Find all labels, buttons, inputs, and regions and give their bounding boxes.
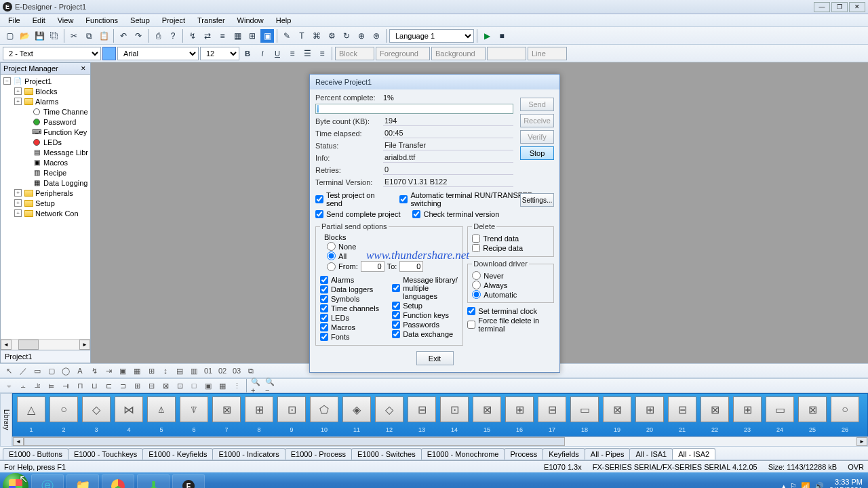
check-funckeys[interactable]: Function keys [392, 311, 458, 319]
libtab-keyfields[interactable]: E1000 - Keyfields [142, 448, 213, 460]
align-icon[interactable]: ⊟ [145, 380, 157, 392]
libtab-isa2[interactable]: All - ISA2 [672, 448, 715, 460]
align-icon[interactable]: ⊡ [174, 380, 186, 392]
background-field[interactable]: Background [431, 47, 486, 60]
tool-icon[interactable]: ↻ [340, 29, 353, 43]
menu-window[interactable]: Window [232, 15, 269, 26]
check-force-delete[interactable]: Force file delete in terminal [467, 317, 554, 333]
tree-item-network[interactable]: +Network Con [2, 208, 89, 218]
foreground-field[interactable]: Foreground [376, 47, 430, 60]
check-recipe-data[interactable]: Recipe data [472, 244, 549, 252]
tree-item-blocks[interactable]: +Blocks [2, 86, 89, 96]
start-button[interactable] [3, 473, 28, 488]
radio-never[interactable]: Never [472, 271, 549, 280]
library-scrollbar[interactable]: ◄ ► [12, 436, 868, 447]
receive-button[interactable]: Receive [520, 114, 554, 127]
paste-icon[interactable]: 📋 [97, 29, 111, 43]
libtab-touchkeys[interactable]: E1000 - Touchkeys [68, 448, 143, 460]
check-send-complete[interactable]: Send complete project [315, 210, 400, 218]
check-passwords[interactable]: Passwords [392, 321, 458, 329]
rect-icon[interactable]: ▭ [31, 365, 43, 377]
expand-icon[interactable]: + [14, 189, 22, 197]
library-item[interactable]: ⊟21 [667, 396, 698, 433]
scroll-left-icon[interactable]: ◄ [13, 437, 24, 446]
tool-icon[interactable]: 03 [231, 365, 243, 377]
libtab-keyfields2[interactable]: Keyfields [542, 448, 585, 460]
menu-project[interactable]: Project [157, 15, 191, 26]
tool-icon[interactable]: ⊞ [145, 365, 157, 377]
libtab-switches[interactable]: E1000 - Switches [351, 448, 422, 460]
menu-setup[interactable]: Setup [125, 15, 155, 26]
library-item[interactable]: ◈11 [341, 396, 372, 433]
tool-icon[interactable]: ✎ [280, 29, 294, 43]
tool-icon[interactable]: T [295, 29, 309, 43]
color-swatch[interactable] [102, 47, 116, 60]
line-field[interactable]: Line [528, 47, 567, 60]
panel-close-icon[interactable]: ✕ [79, 64, 87, 73]
menu-edit[interactable]: Edit [27, 15, 51, 26]
check-test-on-send[interactable]: Test project on send [315, 191, 387, 207]
libtab-process2[interactable]: Process [504, 448, 543, 460]
copy-icon[interactable]: ⧉ [82, 29, 96, 43]
expand-icon[interactable]: + [14, 87, 22, 95]
library-side-tab[interactable]: Library [0, 393, 12, 447]
tool-icon[interactable]: ≡ [216, 29, 229, 43]
libtab-indicators[interactable]: E1000 - Indicators [212, 448, 285, 460]
library-item[interactable]: ⊞20 [634, 396, 665, 433]
check-dataloggers[interactable]: Data loggers [320, 285, 387, 293]
language-select[interactable]: Language 1 [389, 29, 474, 43]
tray-flag-icon[interactable]: ⚐ [790, 482, 797, 489]
check-leds[interactable]: LEDs [320, 314, 387, 322]
align-icon[interactable]: ⫣ [60, 380, 72, 392]
libtab-pipes[interactable]: All - Pipes [585, 448, 631, 460]
line-icon[interactable]: ／ [17, 365, 29, 377]
settings-button[interactable]: Settings... [520, 193, 554, 207]
tool-icon[interactable]: ↯ [88, 365, 100, 377]
expand-icon[interactable]: + [14, 98, 22, 105]
tool-icon[interactable]: 01 [202, 365, 214, 377]
tool-icon[interactable]: ⊛ [370, 29, 383, 43]
tree-item-leds[interactable]: LEDs [2, 137, 89, 147]
underline-icon[interactable]: U [271, 47, 284, 60]
tree-item-msglib[interactable]: ▤Message Libr [2, 147, 89, 157]
stop-icon[interactable]: ■ [495, 29, 509, 43]
block-field[interactable]: Block [335, 47, 374, 60]
scroll-thumb[interactable] [18, 340, 39, 350]
scroll-right-icon[interactable]: ► [856, 437, 867, 446]
from-input[interactable] [361, 261, 384, 272]
tree-item-macros[interactable]: ▣Macros [2, 157, 89, 167]
tool-icon[interactable]: ⊞ [245, 29, 259, 43]
library-item[interactable]: ◇12 [374, 396, 405, 433]
align-icon[interactable]: ⊐ [117, 380, 129, 392]
library-item[interactable]: ⊠25 [797, 396, 828, 433]
library-item[interactable]: ⊠7 [211, 396, 242, 433]
library-item[interactable]: ⊠15 [471, 396, 502, 433]
save-icon[interactable]: 💾 [33, 29, 46, 43]
align-icon[interactable]: ⊠ [159, 380, 172, 392]
menu-view[interactable]: View [52, 15, 79, 26]
align-icon[interactable]: ⊞ [131, 380, 143, 392]
taskbar-edesigner-icon[interactable]: E [172, 474, 205, 488]
italic-icon[interactable]: I [256, 47, 269, 60]
align-icon[interactable]: ⊓ [74, 380, 86, 392]
align-icon[interactable]: ⫢ [45, 380, 58, 392]
align-icon[interactable]: ⊔ [88, 380, 100, 392]
scroll-left-icon[interactable]: ◄ [1, 340, 12, 350]
tree-item-alarms[interactable]: +Alarms [2, 96, 89, 106]
pointer-icon[interactable]: ↖ [3, 365, 15, 377]
library-item[interactable]: ⊟13 [406, 396, 437, 433]
tree-item-peripherals[interactable]: +Peripherals [2, 188, 89, 198]
minimize-button[interactable]: — [814, 2, 830, 12]
library-item[interactable]: ⬠10 [309, 396, 340, 433]
library-item[interactable]: ○2 [48, 396, 79, 433]
dialog-title[interactable]: Receive Project1 [310, 75, 559, 89]
library-item[interactable]: ⊞23 [732, 396, 763, 433]
check-trend-data[interactable]: Trend data [472, 235, 549, 243]
check-msglib[interactable]: Message library/ multiple languages [392, 276, 458, 300]
check-dataexch[interactable]: Data exchange [392, 330, 458, 338]
open-icon[interactable]: 📂 [18, 29, 31, 43]
scroll-track[interactable] [24, 437, 856, 446]
tree-root[interactable]: − 📄 Project1 [2, 76, 89, 86]
library-item[interactable]: ○26 [829, 396, 861, 433]
tool-icon[interactable]: ▣ [117, 365, 129, 377]
